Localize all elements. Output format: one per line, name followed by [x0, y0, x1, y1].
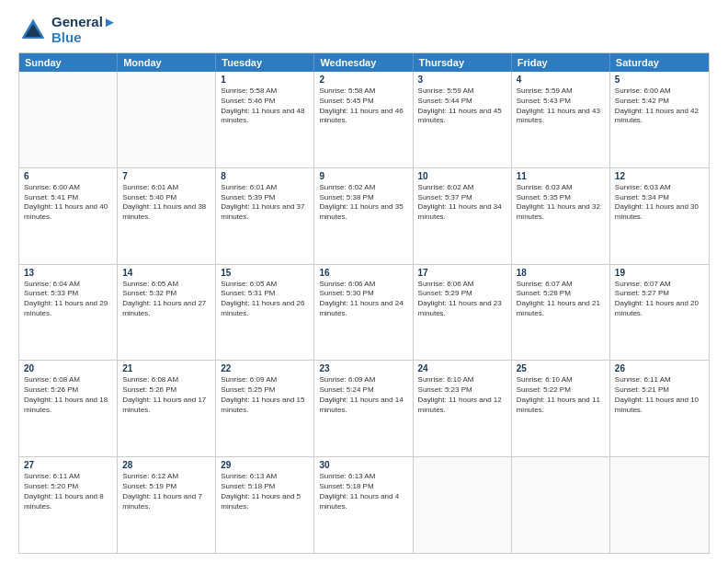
day-number: 19 — [615, 268, 704, 278]
day-info: Sunrise: 6:01 AM Sunset: 5:39 PM Dayligh… — [221, 183, 309, 223]
calendar-row-4: 27Sunrise: 6:11 AM Sunset: 5:20 PM Dayli… — [19, 457, 709, 553]
day-number: 25 — [517, 363, 605, 373]
calendar-day-24: 24Sunrise: 6:10 AM Sunset: 5:23 PM Dayli… — [414, 361, 512, 456]
calendar-day-20: 20Sunrise: 6:08 AM Sunset: 5:26 PM Dayli… — [19, 361, 118, 456]
calendar-day-1: 1Sunrise: 5:58 AM Sunset: 5:46 PM Daylig… — [216, 72, 314, 167]
calendar-day-10: 10Sunrise: 6:02 AM Sunset: 5:37 PM Dayli… — [414, 168, 512, 264]
day-number: 1 — [221, 75, 309, 85]
day-info: Sunrise: 6:02 AM Sunset: 5:37 PM Dayligh… — [418, 183, 506, 223]
calendar-day-5: 5Sunrise: 6:00 AM Sunset: 5:42 PM Daylig… — [610, 72, 709, 167]
calendar-day-18: 18Sunrise: 6:07 AM Sunset: 5:28 PM Dayli… — [512, 265, 610, 361]
weekday-header-wednesday: Wednesday — [314, 53, 413, 72]
weekday-header-monday: Monday — [118, 53, 216, 72]
day-info: Sunrise: 6:07 AM Sunset: 5:28 PM Dayligh… — [517, 280, 605, 319]
calendar-day-11: 11Sunrise: 6:03 AM Sunset: 5:35 PM Dayli… — [512, 168, 610, 264]
page: General►Blue SundayMondayTuesdayWednesda… — [0, 0, 728, 563]
calendar-day-28: 28Sunrise: 6:12 AM Sunset: 5:19 PM Dayli… — [118, 457, 216, 553]
calendar-empty-cell — [19, 72, 118, 167]
calendar: SundayMondayTuesdayWednesdayThursdayFrid… — [18, 52, 710, 554]
calendar-row-1: 6Sunrise: 6:00 AM Sunset: 5:41 PM Daylig… — [19, 168, 709, 265]
day-number: 17 — [418, 268, 506, 278]
day-number: 23 — [319, 363, 407, 373]
calendar-day-30: 30Sunrise: 6:13 AM Sunset: 5:18 PM Dayli… — [314, 457, 413, 553]
day-number: 21 — [122, 363, 210, 373]
day-info: Sunrise: 6:06 AM Sunset: 5:29 PM Dayligh… — [418, 280, 506, 319]
weekday-header-tuesday: Tuesday — [216, 53, 314, 72]
calendar-day-7: 7Sunrise: 6:01 AM Sunset: 5:40 PM Daylig… — [118, 168, 216, 264]
day-info: Sunrise: 6:05 AM Sunset: 5:31 PM Dayligh… — [221, 280, 309, 319]
day-number: 6 — [24, 171, 112, 181]
calendar-day-12: 12Sunrise: 6:03 AM Sunset: 5:34 PM Dayli… — [610, 168, 709, 264]
logo: General►Blue — [18, 15, 117, 45]
day-info: Sunrise: 6:13 AM Sunset: 5:18 PM Dayligh… — [319, 472, 407, 511]
day-info: Sunrise: 6:12 AM Sunset: 5:19 PM Dayligh… — [122, 472, 210, 511]
day-number: 29 — [221, 460, 309, 470]
logo-text: General►Blue — [51, 15, 117, 45]
day-info: Sunrise: 6:04 AM Sunset: 5:33 PM Dayligh… — [24, 280, 112, 319]
calendar-day-22: 22Sunrise: 6:09 AM Sunset: 5:25 PM Dayli… — [216, 361, 314, 456]
day-info: Sunrise: 6:08 AM Sunset: 5:26 PM Dayligh… — [122, 375, 210, 415]
day-number: 16 — [319, 268, 407, 278]
day-info: Sunrise: 6:03 AM Sunset: 5:34 PM Dayligh… — [615, 183, 704, 223]
calendar-day-13: 13Sunrise: 6:04 AM Sunset: 5:33 PM Dayli… — [19, 265, 118, 361]
day-info: Sunrise: 6:01 AM Sunset: 5:40 PM Dayligh… — [122, 183, 210, 223]
day-info: Sunrise: 5:59 AM Sunset: 5:44 PM Dayligh… — [418, 86, 506, 126]
day-info: Sunrise: 5:59 AM Sunset: 5:43 PM Dayligh… — [517, 86, 605, 126]
calendar-empty-cell — [512, 457, 610, 553]
day-number: 9 — [319, 171, 407, 181]
day-info: Sunrise: 6:09 AM Sunset: 5:24 PM Dayligh… — [319, 375, 407, 415]
calendar-header: SundayMondayTuesdayWednesdayThursdayFrid… — [19, 53, 709, 72]
calendar-day-21: 21Sunrise: 6:08 AM Sunset: 5:26 PM Dayli… — [118, 361, 216, 456]
day-number: 12 — [615, 171, 704, 181]
day-number: 27 — [24, 460, 112, 470]
calendar-body: 1Sunrise: 5:58 AM Sunset: 5:46 PM Daylig… — [19, 72, 709, 553]
header: General►Blue — [18, 15, 710, 45]
day-info: Sunrise: 6:09 AM Sunset: 5:25 PM Dayligh… — [221, 375, 309, 415]
day-number: 22 — [221, 363, 309, 373]
day-number: 5 — [615, 75, 704, 85]
day-number: 3 — [418, 75, 506, 85]
calendar-day-17: 17Sunrise: 6:06 AM Sunset: 5:29 PM Dayli… — [414, 265, 512, 361]
calendar-row-0: 1Sunrise: 5:58 AM Sunset: 5:46 PM Daylig… — [19, 72, 709, 168]
weekday-header-sunday: Sunday — [19, 53, 118, 72]
day-number: 8 — [221, 171, 309, 181]
weekday-header-thursday: Thursday — [414, 53, 512, 72]
calendar-empty-cell — [118, 72, 216, 167]
day-number: 30 — [319, 460, 407, 470]
calendar-day-4: 4Sunrise: 5:59 AM Sunset: 5:43 PM Daylig… — [512, 72, 610, 167]
day-info: Sunrise: 6:05 AM Sunset: 5:32 PM Dayligh… — [122, 280, 210, 319]
calendar-row-3: 20Sunrise: 6:08 AM Sunset: 5:26 PM Dayli… — [19, 361, 709, 457]
day-info: Sunrise: 6:06 AM Sunset: 5:30 PM Dayligh… — [319, 280, 407, 319]
day-number: 24 — [418, 363, 506, 373]
calendar-day-25: 25Sunrise: 6:10 AM Sunset: 5:22 PM Dayli… — [512, 361, 610, 456]
calendar-day-29: 29Sunrise: 6:13 AM Sunset: 5:18 PM Dayli… — [216, 457, 314, 553]
day-info: Sunrise: 5:58 AM Sunset: 5:45 PM Dayligh… — [319, 86, 407, 126]
calendar-day-6: 6Sunrise: 6:00 AM Sunset: 5:41 PM Daylig… — [19, 168, 118, 264]
logo-icon — [18, 16, 48, 45]
day-info: Sunrise: 6:10 AM Sunset: 5:22 PM Dayligh… — [517, 375, 605, 415]
day-number: 26 — [615, 363, 704, 373]
day-number: 2 — [319, 75, 407, 85]
day-number: 14 — [122, 268, 210, 278]
day-info: Sunrise: 6:10 AM Sunset: 5:23 PM Dayligh… — [418, 375, 506, 415]
day-number: 11 — [517, 171, 605, 181]
calendar-day-14: 14Sunrise: 6:05 AM Sunset: 5:32 PM Dayli… — [118, 265, 216, 361]
weekday-header-friday: Friday — [512, 53, 610, 72]
day-number: 4 — [517, 75, 605, 85]
day-number: 15 — [221, 268, 309, 278]
calendar-empty-cell — [610, 457, 709, 553]
day-info: Sunrise: 6:08 AM Sunset: 5:26 PM Dayligh… — [24, 375, 112, 415]
calendar-day-27: 27Sunrise: 6:11 AM Sunset: 5:20 PM Dayli… — [19, 457, 118, 553]
day-info: Sunrise: 6:13 AM Sunset: 5:18 PM Dayligh… — [221, 472, 309, 511]
day-info: Sunrise: 6:00 AM Sunset: 5:42 PM Dayligh… — [615, 86, 704, 126]
calendar-day-19: 19Sunrise: 6:07 AM Sunset: 5:27 PM Dayli… — [610, 265, 709, 361]
day-number: 13 — [24, 268, 112, 278]
day-info: Sunrise: 6:02 AM Sunset: 5:38 PM Dayligh… — [319, 183, 407, 223]
calendar-day-8: 8Sunrise: 6:01 AM Sunset: 5:39 PM Daylig… — [216, 168, 314, 264]
calendar-day-3: 3Sunrise: 5:59 AM Sunset: 5:44 PM Daylig… — [414, 72, 512, 167]
calendar-day-23: 23Sunrise: 6:09 AM Sunset: 5:24 PM Dayli… — [314, 361, 413, 456]
calendar-day-26: 26Sunrise: 6:11 AM Sunset: 5:21 PM Dayli… — [610, 361, 709, 456]
day-info: Sunrise: 6:11 AM Sunset: 5:21 PM Dayligh… — [615, 375, 704, 415]
day-info: Sunrise: 6:07 AM Sunset: 5:27 PM Dayligh… — [615, 280, 704, 319]
calendar-day-15: 15Sunrise: 6:05 AM Sunset: 5:31 PM Dayli… — [216, 265, 314, 361]
